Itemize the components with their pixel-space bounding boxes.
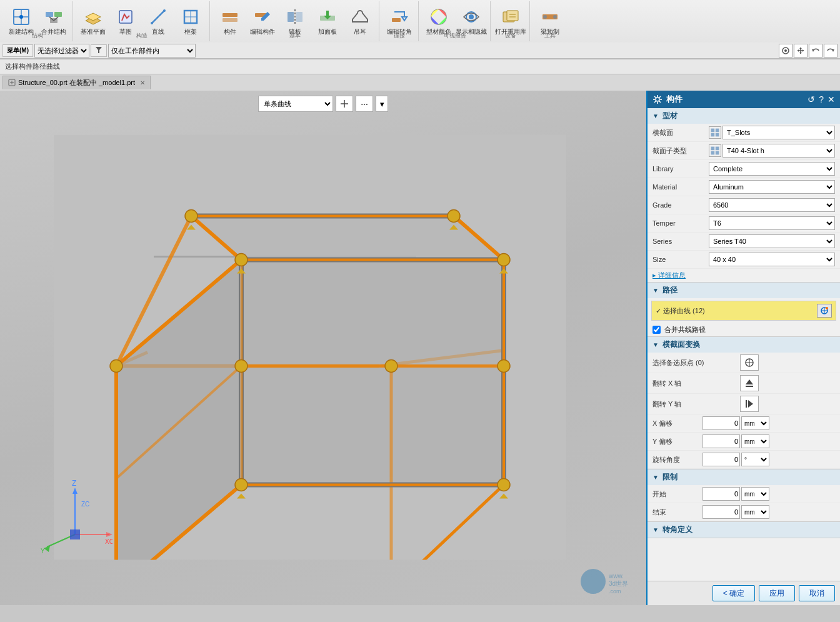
svg-rect-122 xyxy=(716,151,719,155)
section-subtype-icon xyxy=(709,144,721,157)
row-cross-section: 横截面 T_Slots xyxy=(648,124,840,142)
scope-select[interactable]: 仅在工作部件内 xyxy=(108,44,196,58)
svg-rect-20 xyxy=(296,12,302,22)
rotation-angle-input[interactable] xyxy=(702,453,740,466)
filter-select[interactable]: 无选择过滤器 xyxy=(34,44,89,58)
add-plate-button[interactable]: 加面板 xyxy=(312,3,342,39)
section-cross-transform-header[interactable]: ▼ 横截面变换 xyxy=(648,337,840,353)
confirm-button[interactable]: < 确定 xyxy=(712,585,755,601)
expand-btn[interactable]: ▾ xyxy=(376,96,388,112)
flip-y-btn[interactable] xyxy=(740,396,759,412)
cross-section-select[interactable]: T_Slots xyxy=(722,126,835,139)
group-connect: 编辑转角 连接 xyxy=(381,1,419,41)
main-content: 单条曲线 ··· ▾ xyxy=(0,91,840,605)
details-link[interactable]: ▸ 详细信息 xyxy=(648,269,840,282)
settings-icon xyxy=(652,94,662,104)
open-library-icon xyxy=(501,7,521,27)
undo-icon-btn[interactable] xyxy=(809,44,822,58)
apply-button[interactable]: 应用 xyxy=(759,585,795,601)
material-select[interactable]: Aluminum xyxy=(709,180,835,194)
panel-refresh-btn[interactable]: ↺ xyxy=(808,94,815,104)
temper-select[interactable]: T6 xyxy=(709,216,835,230)
rotation-angle-unit[interactable]: ° xyxy=(741,453,769,466)
end-input[interactable] xyxy=(702,505,740,519)
alt-origin-btn[interactable] xyxy=(740,354,759,371)
edit-component-button[interactable]: 编辑构件 xyxy=(248,3,278,39)
section-profile-header[interactable]: ▼ 型材 xyxy=(648,108,840,124)
row-y-offset: Y 偏移 mm xyxy=(648,433,840,451)
crosshair-btn[interactable] xyxy=(336,96,353,112)
redo-icon-btn[interactable] xyxy=(824,44,838,58)
svg-rect-115 xyxy=(711,129,715,133)
svg-rect-17 xyxy=(222,18,238,22)
end-unit[interactable]: mm xyxy=(741,505,769,519)
flip-x-btn[interactable] xyxy=(740,375,759,391)
section-subtype-select[interactable]: T40 4-Slot h xyxy=(722,144,835,158)
svg-point-11 xyxy=(151,22,153,24)
curve-type-select[interactable]: 单条曲线 xyxy=(258,96,333,112)
section-constraint-title: 限制 xyxy=(662,472,678,483)
svg-rect-119 xyxy=(711,147,715,151)
line-button[interactable]: 直线 xyxy=(143,3,173,39)
start-unit[interactable]: mm xyxy=(741,487,769,501)
x-offset-input[interactable] xyxy=(702,416,740,430)
model-svg xyxy=(54,134,566,559)
viewport[interactable]: 单条曲线 ··· ▾ xyxy=(0,91,646,605)
component-button[interactable]: 构件 xyxy=(215,3,245,39)
material-label: Material xyxy=(652,183,709,191)
start-input[interactable] xyxy=(702,487,740,501)
main-tab[interactable]: Structure_00.prt 在装配中 _model1.prt ✕ xyxy=(2,76,151,89)
bottom-buttons: < 确定 应用 取消 xyxy=(648,581,840,605)
flip-x-label: 翻转 X 轴 xyxy=(652,379,740,388)
svg-point-114 xyxy=(656,98,659,101)
menu-button[interactable]: 菜单(M) xyxy=(2,44,33,57)
more-btn[interactable]: ··· xyxy=(356,96,373,112)
section-subtype-value: T40 4-Slot h xyxy=(709,144,835,158)
section-constraint: ▼ 限制 开始 mm 结束 mm xyxy=(648,469,840,522)
svg-marker-34 xyxy=(96,47,102,53)
merge-path-checkbox[interactable] xyxy=(652,326,661,334)
svg-rect-16 xyxy=(222,13,238,17)
status-text: 选择构件路径曲线 xyxy=(5,62,60,71)
svg-point-36 xyxy=(784,49,787,52)
hanger-button[interactable]: 吊耳 xyxy=(345,3,375,39)
y-offset-input[interactable] xyxy=(702,434,740,448)
series-select[interactable]: Series T40 xyxy=(709,234,835,248)
edit-component-label: 编辑构件 xyxy=(250,28,275,36)
select-curve-btn[interactable] xyxy=(817,304,832,318)
x-offset-unit[interactable]: mm xyxy=(741,416,769,430)
y-offset-value: mm xyxy=(702,434,835,448)
alt-origin-label: 选择备选原点 (0) xyxy=(652,358,740,368)
frame-button[interactable]: 框架 xyxy=(176,3,206,39)
section-rotation-def-header[interactable]: ▼ 转角定义 xyxy=(648,522,840,538)
svg-point-3 xyxy=(19,15,23,19)
filter-icon-btn[interactable] xyxy=(91,44,107,57)
svg-rect-117 xyxy=(711,133,715,137)
library-select[interactable]: Complete xyxy=(709,162,835,176)
grade-select[interactable]: 6560 xyxy=(709,198,835,212)
section-rotation-def-title: 转角定义 xyxy=(662,524,692,535)
base-plane-button[interactable]: 基准平面 xyxy=(78,3,108,39)
section-path-header[interactable]: ▼ 路径 xyxy=(648,283,840,298)
group-equipment: 打开重用库 设备 xyxy=(492,1,530,41)
size-select[interactable]: 40 x 40 xyxy=(709,253,835,266)
add-plate-label: 加面板 xyxy=(318,28,337,36)
panel-title: 构件 xyxy=(666,94,682,105)
svg-marker-37 xyxy=(812,49,814,52)
panel-help-btn[interactable]: ? xyxy=(819,94,824,104)
y-offset-unit[interactable]: mm xyxy=(741,434,769,448)
section-constraint-header[interactable]: ▼ 限制 xyxy=(648,469,840,485)
svg-point-80 xyxy=(448,209,460,222)
merge-structure-button[interactable]: 合并结构 xyxy=(39,3,69,39)
tab-close-btn[interactable]: ✕ xyxy=(140,79,145,86)
move-icon-btn[interactable] xyxy=(794,44,808,58)
group-basic-label: 基本 xyxy=(289,32,301,40)
merge-icon xyxy=(44,7,64,27)
cancel-button[interactable]: 取消 xyxy=(799,585,835,601)
end-value: mm xyxy=(702,505,835,519)
new-structure-label: 新建结构 xyxy=(9,28,34,36)
snap-icon-btn[interactable] xyxy=(779,44,792,58)
section-rotation-def: ▼ 转角定义 xyxy=(648,522,840,538)
panel-close-btn[interactable]: ✕ xyxy=(828,94,835,104)
merge-structure-label: 合并结构 xyxy=(41,28,66,36)
